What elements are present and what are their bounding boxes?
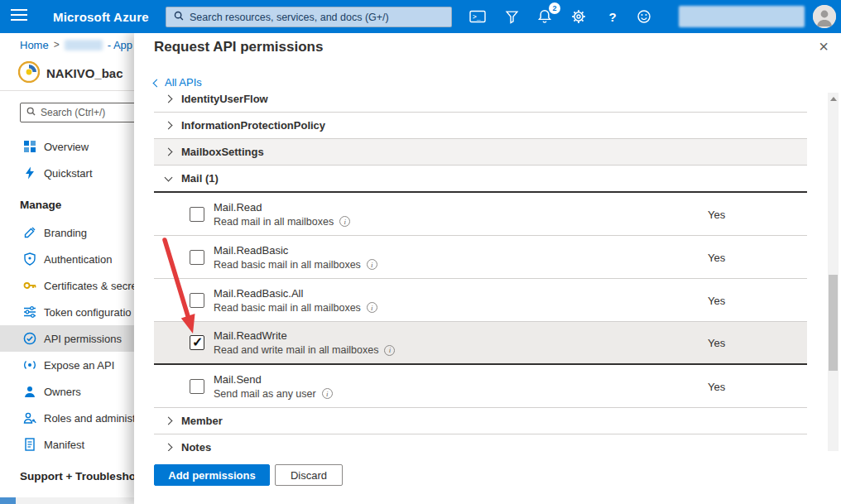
sidebar-search-input[interactable]	[41, 107, 134, 118]
info-icon[interactable]	[339, 216, 350, 227]
group-label: Notes	[181, 441, 211, 451]
vertical-scrollbar[interactable]	[828, 93, 839, 475]
sidebar-nav: Overview Quickstart Manage Branding Aut	[0, 133, 134, 491]
info-icon[interactable]	[384, 345, 395, 356]
group-label: Mail (1)	[181, 172, 219, 185]
sidebar-item-token-configuration[interactable]: Token configuratio	[0, 299, 134, 325]
notification-badge: 2	[549, 2, 560, 14]
permission-row-mail-read: Mail.Read Read mail in all mailboxes Yes	[154, 193, 807, 236]
sidebar-item-label: Owners	[44, 386, 81, 398]
group-row-informationprotectionpolicy[interactable]: InformationProtectionPolicy	[154, 113, 807, 139]
group-row-member[interactable]: Member	[154, 408, 807, 434]
people-icon	[23, 385, 36, 398]
permission-description: Read mail in all mailboxes	[214, 216, 334, 228]
sidebar-item-label: Overview	[44, 141, 89, 153]
permission-text: Mail.Send Send mail as any user	[214, 373, 333, 400]
admin-consent-value: Yes	[708, 251, 725, 263]
sidebar-section-manage: Manage	[0, 186, 134, 219]
permission-checkbox[interactable]	[190, 207, 204, 222]
sidebar-item-expose-an-api[interactable]: Expose an API	[0, 352, 134, 378]
sidebar-item-overview[interactable]: Overview	[0, 133, 134, 160]
sidebar-item-label: Certificates & secre	[44, 280, 134, 292]
group-label: Member	[181, 415, 223, 427]
search-icon	[26, 105, 36, 120]
help-button[interactable]: ?	[602, 7, 623, 26]
vertical-scrollbar-thumb[interactable]	[829, 275, 838, 371]
group-row-identityuserflow[interactable]: IdentityUserFlow	[154, 86, 807, 113]
document-code-icon	[23, 438, 36, 451]
sidebar-item-certificates-secrets[interactable]: Certificates & secre	[0, 272, 134, 299]
group-row-mail-expanded[interactable]: Mail (1)	[154, 166, 807, 193]
sidebar-search[interactable]	[20, 103, 134, 122]
horizontal-scrollbar-thumb[interactable]	[0, 497, 16, 504]
permissions-list: IdentityUserFlow InformationProtectionPo…	[154, 86, 807, 451]
sidebar-item-authentication[interactable]: Authentication	[0, 246, 134, 272]
app-sidebar: NAKIVO_bac Overview Quickstart Manage	[0, 56, 134, 504]
api-permissions-icon	[23, 332, 36, 345]
panel-title: Request API permissions	[154, 39, 323, 55]
permission-description: Read basic mail in all mailboxes	[214, 302, 361, 314]
sidebar-item-manifest[interactable]: Manifest	[0, 431, 134, 458]
azure-portal-page: Microsoft Azure >_ 2	[0, 0, 841, 504]
feedback-smiley-icon[interactable]	[633, 7, 655, 26]
permission-checkbox[interactable]	[190, 250, 204, 265]
account-name-redacted[interactable]	[679, 6, 805, 27]
close-icon[interactable]: ×	[814, 36, 834, 56]
settings-gear-icon[interactable]	[568, 7, 589, 26]
avatar[interactable]	[813, 5, 836, 28]
permission-row-mail-readwrite: Mail.ReadWrite Read and write mail in al…	[154, 322, 807, 365]
topbar: Microsoft Azure >_ 2	[0, 0, 841, 33]
expose-api-icon	[23, 358, 36, 372]
group-row-notes[interactable]: Notes	[154, 434, 807, 451]
chevron-right-icon	[165, 444, 173, 451]
info-icon[interactable]	[367, 259, 377, 270]
global-search[interactable]	[166, 7, 452, 27]
branding-icon	[23, 226, 36, 239]
permission-name: Mail.ReadWrite	[214, 329, 395, 342]
add-permissions-button[interactable]: Add permissions	[154, 464, 270, 486]
breadcrumb-separator: >	[54, 39, 60, 50]
chevron-right-icon	[165, 417, 173, 425]
permission-description: Send mail as any user	[214, 388, 316, 400]
admin-consent-value: Yes	[708, 380, 725, 392]
sidebar-item-quickstart[interactable]: Quickstart	[0, 160, 134, 186]
authentication-icon	[23, 252, 36, 266]
sidebar-item-owners[interactable]: Owners	[0, 378, 134, 405]
info-icon[interactable]	[322, 388, 333, 399]
group-row-mailboxsettings[interactable]: MailboxSettings	[154, 139, 807, 166]
permission-checkbox-checked[interactable]	[190, 335, 204, 350]
chevron-down-icon	[165, 173, 173, 181]
permission-checkbox[interactable]	[190, 379, 204, 394]
directory-filter-icon[interactable]	[501, 7, 522, 26]
admin-consent-value: Yes	[708, 337, 725, 349]
horizontal-scrollbar[interactable]	[0, 497, 134, 504]
search-icon	[173, 10, 185, 25]
breadcrumb-home-link[interactable]: Home	[20, 39, 49, 51]
info-icon[interactable]	[367, 302, 377, 313]
sidebar-item-label: Token configuratio	[44, 306, 132, 319]
group-label: IdentityUserFlow	[181, 93, 268, 105]
permission-checkbox[interactable]	[190, 293, 204, 308]
sidebar-item-label: Roles and administr	[44, 412, 134, 425]
global-search-input[interactable]	[190, 12, 445, 23]
sidebar-item-roles-administrators[interactable]: Roles and administr	[0, 405, 134, 431]
app-name: NAKIVO_bac	[46, 66, 123, 80]
group-label: InformationProtectionPolicy	[181, 119, 325, 132]
request-api-permissions-panel: Request API permissions × All APIs Ident…	[134, 33, 841, 504]
chevron-right-icon	[165, 95, 173, 103]
cloud-shell-button[interactable]: >_	[467, 7, 488, 26]
permission-row-mail-send: Mail.Send Send mail as any user Yes	[154, 365, 807, 408]
permission-name: Mail.Read	[214, 201, 350, 214]
hamburger-menu-icon[interactable]	[11, 9, 27, 22]
permission-row-mail-readbasic-all: Mail.ReadBasic.All Read basic mail in al…	[154, 279, 807, 322]
sidebar-item-api-permissions[interactable]: API permissions	[0, 325, 134, 352]
azure-brand-link[interactable]: Microsoft Azure	[53, 10, 149, 24]
sidebar-item-branding[interactable]: Branding	[0, 219, 134, 246]
notifications-button[interactable]: 2	[534, 7, 555, 26]
sidebar-item-label: Branding	[44, 227, 87, 239]
discard-button[interactable]: Discard	[275, 464, 343, 486]
permission-name: Mail.Send	[214, 373, 333, 386]
scroll-up-arrow-icon[interactable]	[828, 93, 839, 104]
cloud-shell-glyph: >_	[473, 13, 481, 21]
sliders-icon	[23, 305, 36, 319]
